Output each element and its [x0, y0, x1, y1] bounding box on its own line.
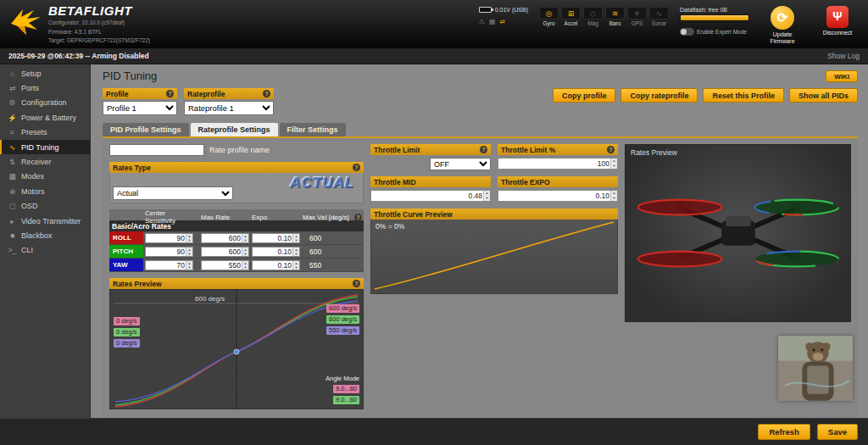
- sidebar-item-power-battery[interactable]: ⚡Power & Battery: [0, 110, 90, 125]
- battery-voltage: 0.01V (USB): [495, 7, 528, 13]
- current-rate-label-pitch: 0 deg/s: [114, 328, 140, 337]
- sidebar-item-blackbox[interactable]: ■Blackbox: [0, 228, 90, 242]
- vtx-icon: ▸: [8, 217, 17, 225]
- pitch-center-sensitivity-input[interactable]: [146, 248, 186, 256]
- stick-position-dot: [234, 349, 239, 354]
- osd-icon: ▢: [8, 202, 17, 210]
- ports-icon: ⇄: [8, 84, 17, 92]
- copy-rateprofile-button[interactable]: Copy rateprofile: [620, 88, 698, 103]
- help-icon[interactable]: ?: [607, 146, 615, 153]
- sidebar-item-pid-tuning[interactable]: ∿PID Tuning: [0, 140, 90, 154]
- pitch-max-rate-input[interactable]: [202, 248, 242, 256]
- sidebar-item-osd[interactable]: ▢OSD: [0, 199, 90, 214]
- model-preview-panel[interactable]: Rates Preview: [625, 144, 851, 322]
- copy-profile-button[interactable]: Copy profile: [553, 88, 616, 103]
- table-row-pitch: PITCH 600: [109, 245, 364, 259]
- roll-axis-label: ROLL: [109, 231, 143, 244]
- sidebar-item-receiver[interactable]: ⇅Receiver: [0, 154, 90, 169]
- rates-preview-header: Rates Preview ?: [109, 278, 364, 289]
- throttle-expo-input[interactable]: [498, 191, 610, 201]
- rates-table-header: Center Sensitivity Max Rate Expo Max Vel…: [109, 209, 364, 220]
- current-rate-label-roll: 0 deg/s: [114, 317, 140, 325]
- receiver-icon: ⇅: [8, 158, 17, 166]
- usb-link-icon: ⇌: [499, 18, 505, 25]
- expert-mode-toggle[interactable]: [680, 28, 694, 36]
- sensor-status-bar: ◎ Gyro ⊞ Accel ◇ Mag ≋ Baro ✈ GPS ∿ Sona…: [539, 7, 669, 26]
- sidebar-item-video-transmitter[interactable]: ▸Video Transmitter: [0, 214, 90, 228]
- angle-mode-range-pitch: 9.0...60: [333, 396, 359, 404]
- reset-profile-button[interactable]: Reset this Profile: [703, 88, 784, 103]
- refresh-button[interactable]: Refresh: [758, 424, 810, 440]
- rateprofile-select[interactable]: Rateprofile 1: [184, 101, 274, 115]
- yaw-expo-input[interactable]: [253, 261, 292, 270]
- throttle-limit-pct-header: Throttle Limit % ?: [498, 144, 618, 155]
- spinner[interactable]: [242, 261, 248, 270]
- logo-area: BETAFLIGHT Configurator: 10.10.0 (c97dka…: [0, 0, 150, 48]
- sidebar-item-cli[interactable]: >_CLI: [0, 243, 90, 258]
- roll-expo-input[interactable]: [253, 234, 292, 242]
- spinner[interactable]: [292, 261, 299, 270]
- help-icon[interactable]: ?: [354, 214, 362, 221]
- spinner[interactable]: [242, 234, 248, 242]
- wiki-button[interactable]: WIKI: [826, 70, 858, 82]
- help-icon[interactable]: ?: [263, 90, 270, 97]
- spinner[interactable]: [610, 159, 617, 169]
- spinner[interactable]: [242, 248, 248, 256]
- disconnect-button[interactable]: Ψ: [826, 6, 849, 28]
- sensor-gyro: ◎ Gyro: [539, 7, 559, 26]
- spinner[interactable]: [186, 234, 192, 242]
- angle-mode-block: Angle Mode 9.0...60 9.0...60: [326, 375, 359, 404]
- sidebar-item-modes[interactable]: ▦Modes: [0, 170, 90, 184]
- setup-icon: ⌂: [8, 70, 17, 78]
- tab-filter-settings[interactable]: Filter Settings: [280, 123, 346, 136]
- roll-max-vel-value: 600: [301, 234, 364, 242]
- spinner[interactable]: [483, 191, 490, 201]
- spinner[interactable]: [610, 191, 617, 201]
- column-header-expo: Expo: [250, 214, 301, 221]
- tab-pid-profile-settings[interactable]: PID Profile Settings: [103, 123, 189, 136]
- quad-model[interactable]: [630, 170, 847, 296]
- throttle-column: Throttle Limit ? OFF Throttle Limit % ? …: [370, 144, 618, 415]
- throttle-mid-input[interactable]: [371, 191, 483, 201]
- yaw-center-sensitivity-input[interactable]: [146, 261, 186, 270]
- throttle-curve-graph: 0% = 0%: [370, 220, 618, 294]
- update-firmware-button[interactable]: ⟳: [771, 6, 794, 30]
- roll-max-rate-input[interactable]: [202, 234, 242, 242]
- max-rate-label-pitch: 600 deg/s: [326, 315, 359, 324]
- show-all-pids-button[interactable]: Show all PIDs: [789, 88, 858, 103]
- profile-select[interactable]: Profile 1: [103, 101, 177, 115]
- max-rate-label-roll: 600 deg/s: [326, 304, 359, 313]
- yaw-max-rate-input[interactable]: [202, 261, 242, 270]
- throttle-mid-header: Throttle MID: [370, 176, 491, 187]
- rates-type-select[interactable]: Actual: [113, 186, 233, 200]
- throttle-limit-pct-input[interactable]: [498, 159, 610, 169]
- help-icon[interactable]: ?: [353, 164, 360, 171]
- pitch-expo-input[interactable]: [253, 248, 292, 256]
- gear-icon: ⚙: [8, 98, 17, 107]
- rates-graph: 600 deg/s 0 deg/s 0 deg/s 0 deg/s 600 de…: [109, 289, 364, 409]
- sidebar-item-configuration[interactable]: ⚙Configuration: [0, 96, 90, 110]
- help-icon[interactable]: ?: [480, 146, 487, 153]
- sidebar-item-setup[interactable]: ⌂Setup: [0, 66, 90, 81]
- brand-title: BETAFLIGHT: [48, 4, 150, 18]
- show-log-link[interactable]: Show Log: [827, 52, 860, 60]
- save-button[interactable]: Save: [817, 424, 858, 440]
- spinner[interactable]: [186, 261, 192, 270]
- help-icon[interactable]: ?: [166, 90, 174, 97]
- column-header-max-rate: Max Rate: [199, 214, 250, 221]
- spinner[interactable]: [186, 248, 192, 256]
- throttle-limit-select[interactable]: OFF: [430, 158, 491, 170]
- rate-profile-name-input[interactable]: [109, 144, 204, 156]
- help-icon[interactable]: ?: [353, 280, 360, 287]
- tab-rateprofile-settings[interactable]: Rateprofile Settings: [191, 123, 278, 136]
- spinner[interactable]: [292, 234, 299, 242]
- dataflash-label: Dataflash: free 0B: [680, 7, 749, 13]
- rates-group-label: Basic/Acro Rates: [109, 220, 364, 231]
- sidebar-nav: ⌂Setup ⇄Ports ⚙Configuration ⚡Power & Ba…: [0, 64, 91, 418]
- sidebar-item-presets[interactable]: ≡Presets: [0, 125, 90, 140]
- sidebar-item-motors[interactable]: ⊕Motors: [0, 184, 90, 198]
- sidebar-item-ports[interactable]: ⇄Ports: [0, 81, 90, 95]
- spinner[interactable]: [292, 248, 299, 256]
- gyro-icon: ◎: [539, 7, 559, 19]
- roll-center-sensitivity-input[interactable]: [146, 234, 186, 242]
